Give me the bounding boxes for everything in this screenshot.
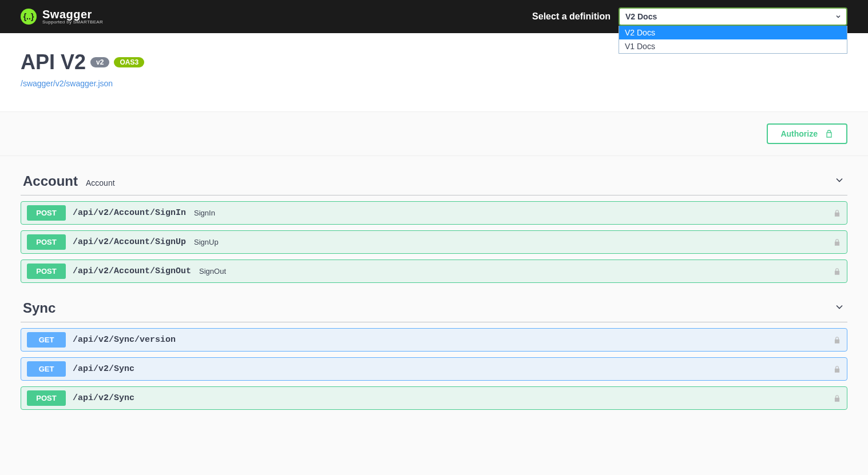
authorize-button[interactable]: Authorize <box>767 123 847 144</box>
spec-url-link[interactable]: /swagger/v2/swagger.json <box>21 79 113 88</box>
lock-icon[interactable] <box>833 238 841 246</box>
definition-option-v2[interactable]: V2 Docs <box>619 26 847 39</box>
definition-selected: V2 Docs <box>625 12 657 21</box>
definition-option-v1[interactable]: V1 Docs <box>619 39 847 53</box>
tag-header-account[interactable]: Account Account <box>21 167 847 195</box>
operation-sync-version[interactable]: GET /api/v2/Sync/version <box>21 328 847 352</box>
operation-sync-post[interactable]: POST /api/v2/Sync <box>21 386 847 410</box>
tag-title: Account <box>23 173 78 189</box>
authorize-label: Authorize <box>780 129 818 138</box>
operation-summary: SignIn <box>194 209 215 217</box>
tag-sync: Sync GET /api/v2/Sync/version GET /api/v… <box>21 294 847 410</box>
method-badge: POST <box>27 234 66 250</box>
unlock-icon <box>825 129 834 138</box>
brand-name: Swagger <box>42 9 103 20</box>
operation-summary: SignUp <box>194 238 219 246</box>
select-definition-label: Select a definition <box>532 11 611 22</box>
chevron-down-icon <box>834 301 845 313</box>
operation-path: /api/v2/Sync <box>73 364 134 374</box>
oas-badge: OAS3 <box>114 57 144 67</box>
tag-account: Account Account POST /api/v2/Account/Sig… <box>21 167 847 283</box>
operation-signout[interactable]: POST /api/v2/Account/SignOut SignOut <box>21 260 847 283</box>
definition-select[interactable]: V2 Docs <box>619 7 847 26</box>
swagger-logo-icon: {..} <box>21 9 37 25</box>
method-badge: POST <box>27 390 66 406</box>
tag-header-sync[interactable]: Sync <box>21 294 847 322</box>
brand-subtitle: Supported by SMARTBEAR <box>42 20 103 25</box>
operation-signup[interactable]: POST /api/v2/Account/SignUp SignUp <box>21 230 847 254</box>
swagger-logo[interactable]: {..} Swagger Supported by SMARTBEAR <box>21 9 103 25</box>
lock-icon[interactable] <box>833 336 841 344</box>
method-badge: GET <box>27 332 66 348</box>
operation-path: /api/v2/Account/SignIn <box>73 208 186 218</box>
lock-icon[interactable] <box>833 209 841 217</box>
authorize-section: Authorize <box>0 112 868 156</box>
tag-description: Account <box>86 178 115 187</box>
definition-dropdown: V2 Docs V1 Docs <box>619 26 847 54</box>
chevron-down-icon <box>835 13 842 20</box>
operations-content: Account Account POST /api/v2/Account/Sig… <box>0 156 868 444</box>
operation-path: /api/v2/Account/SignUp <box>73 237 186 247</box>
operation-sync-get[interactable]: GET /api/v2/Sync <box>21 357 847 381</box>
method-badge: POST <box>27 264 66 279</box>
operation-summary: SignOut <box>199 267 226 276</box>
version-badge: v2 <box>90 57 109 67</box>
api-title: API V2 <box>21 50 86 74</box>
lock-icon[interactable] <box>833 268 841 276</box>
operation-path: /api/v2/Account/SignOut <box>73 266 191 276</box>
lock-icon[interactable] <box>833 365 841 373</box>
tag-title: Sync <box>23 300 56 316</box>
operation-signin[interactable]: POST /api/v2/Account/SignIn SignIn <box>21 201 847 225</box>
method-badge: POST <box>27 205 66 221</box>
operation-path: /api/v2/Sync <box>73 393 134 403</box>
operation-path: /api/v2/Sync/version <box>73 335 176 345</box>
method-badge: GET <box>27 361 66 377</box>
chevron-down-icon <box>834 174 845 186</box>
lock-icon[interactable] <box>833 394 841 402</box>
topbar: {..} Swagger Supported by SMARTBEAR Sele… <box>0 0 868 33</box>
